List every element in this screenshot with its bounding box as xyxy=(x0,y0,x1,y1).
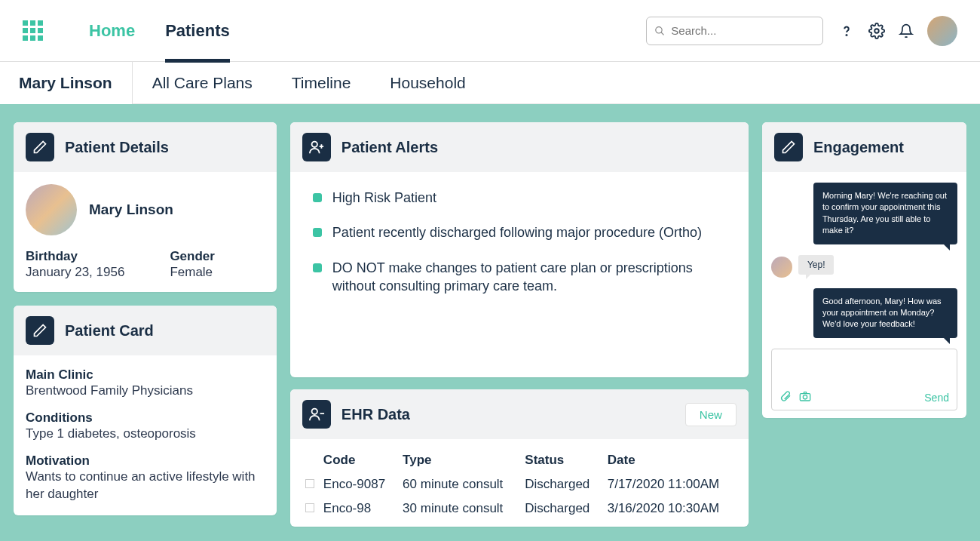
gender-value: Female xyxy=(170,265,215,280)
alert-text: DO NOT make changes to patient care plan… xyxy=(332,259,726,296)
bullet-icon xyxy=(313,228,322,237)
engagement-card: Engagement Morning Mary! We're reaching … xyxy=(762,122,966,418)
alert-item: DO NOT make changes to patient care plan… xyxy=(313,259,726,296)
cell-date: 3/16/2020 10:30AM xyxy=(603,496,738,521)
cell-code: Enco-9087 xyxy=(319,472,398,496)
camera-icon[interactable] xyxy=(799,390,811,405)
patient-card: Patient Card Main Clinic Brentwood Famil… xyxy=(14,306,277,515)
col-date: Date xyxy=(603,445,738,472)
conditions-value: Type 1 diabetes, osteoporosis xyxy=(26,426,265,443)
cell-type: 30 minute consult xyxy=(398,496,520,521)
clinic-label: Main Clinic xyxy=(26,367,265,383)
clinic-value: Brentwood Family Physicians xyxy=(26,383,265,400)
avatar[interactable] xyxy=(927,16,957,46)
svg-point-2 xyxy=(846,34,847,35)
alert-item: High Risk Patient xyxy=(313,189,726,207)
compose-input[interactable] xyxy=(772,349,957,386)
subtab-patient[interactable]: Mary Linson xyxy=(0,62,133,104)
ehr-card: EHR Data New Code Type Status Date xyxy=(290,389,749,527)
patient-avatar xyxy=(26,184,77,235)
patient-name: Mary Linson xyxy=(89,201,173,218)
svg-line-1 xyxy=(661,32,664,35)
alert-text: Patient recently discharged following ma… xyxy=(332,223,702,241)
bullet-icon xyxy=(313,263,322,272)
new-button[interactable]: New xyxy=(685,403,737,426)
alert-text: High Risk Patient xyxy=(332,189,436,207)
help-icon[interactable] xyxy=(838,23,855,39)
message-avatar xyxy=(771,257,792,278)
cell-code: Enco-98 xyxy=(319,496,398,521)
gear-icon[interactable] xyxy=(868,23,885,39)
card-title: Patient Alerts xyxy=(341,139,438,156)
message-outgoing: Good afternoon, Mary! How was your appoi… xyxy=(813,288,957,338)
user-plus-icon xyxy=(302,133,331,161)
birthday-value: January 23, 1956 xyxy=(26,265,124,280)
compose-box[interactable]: Send xyxy=(771,349,957,410)
top-icons xyxy=(838,16,957,46)
cell-status: Discharged xyxy=(520,496,602,521)
row-checkbox[interactable] xyxy=(305,503,314,512)
card-title: EHR Data xyxy=(341,406,410,423)
col-code: Code xyxy=(319,445,398,472)
birthday-label: Birthday xyxy=(26,249,124,264)
pencil-icon[interactable] xyxy=(26,133,54,161)
conditions-label: Conditions xyxy=(26,410,265,426)
ehr-table: Code Type Status Date Enco-9087 60 minut… xyxy=(301,445,738,521)
patient-subnav: Mary Linson All Care Plans Timeline Hous… xyxy=(0,62,980,104)
svg-point-4 xyxy=(311,142,317,147)
svg-point-7 xyxy=(311,409,317,414)
svg-point-3 xyxy=(874,29,879,33)
subtab-care-plans[interactable]: All Care Plans xyxy=(133,62,272,104)
pencil-icon[interactable] xyxy=(26,316,54,345)
user-icon xyxy=(302,400,331,429)
bell-icon[interactable] xyxy=(899,23,914,38)
main-content: Patient Details Mary Linson Birthday Jan… xyxy=(0,104,980,541)
svg-point-10 xyxy=(803,395,807,398)
alerts-card: Patient Alerts High Risk Patient Patient… xyxy=(290,122,749,377)
col-type: Type xyxy=(398,445,520,472)
search-box[interactable] xyxy=(646,17,823,45)
table-row[interactable]: Enco-98 30 minute consult Discharged 3/1… xyxy=(301,496,738,521)
subtab-timeline[interactable]: Timeline xyxy=(272,62,371,104)
bullet-icon xyxy=(313,193,322,202)
row-checkbox[interactable] xyxy=(305,479,314,488)
main-nav: Home Patients xyxy=(89,3,646,59)
apps-icon[interactable] xyxy=(23,20,44,41)
message-incoming: Yep! xyxy=(798,255,835,275)
search-input[interactable] xyxy=(671,24,815,37)
alert-item: Patient recently discharged following ma… xyxy=(313,223,726,241)
cell-status: Discharged xyxy=(520,472,602,496)
message-outgoing: Morning Mary! We're reaching out to conf… xyxy=(813,183,957,244)
pencil-icon[interactable] xyxy=(774,133,803,161)
svg-point-0 xyxy=(656,26,662,32)
motivation-label: Motivation xyxy=(26,453,265,469)
nav-patients[interactable]: Patients xyxy=(165,3,230,63)
col-status: Status xyxy=(520,445,602,472)
send-button[interactable]: Send xyxy=(924,392,949,404)
attachment-icon[interactable] xyxy=(779,390,792,405)
cell-type: 60 minute consult xyxy=(398,472,520,496)
gender-label: Gender xyxy=(170,249,215,264)
topbar: Home Patients xyxy=(0,0,980,62)
table-row[interactable]: Enco-9087 60 minute consult Discharged 7… xyxy=(301,472,738,496)
subtab-household[interactable]: Household xyxy=(370,62,485,104)
card-title: Patient Details xyxy=(65,139,169,156)
motivation-value: Wants to continue an active lifestyle wi… xyxy=(26,469,265,503)
search-icon xyxy=(654,25,665,37)
cell-date: 7/17/2020 11:00AM xyxy=(603,472,738,496)
card-title: Engagement xyxy=(813,139,904,156)
nav-home[interactable]: Home xyxy=(89,3,135,59)
patient-details-card: Patient Details Mary Linson Birthday Jan… xyxy=(14,122,277,292)
card-title: Patient Card xyxy=(65,322,154,340)
